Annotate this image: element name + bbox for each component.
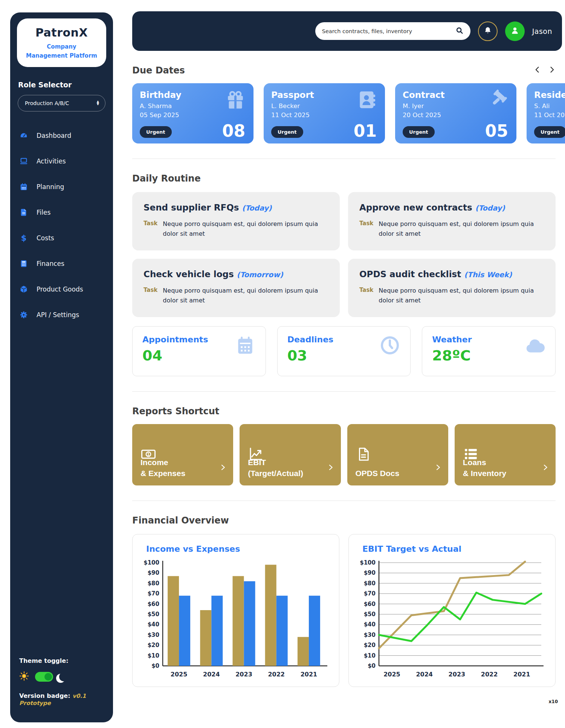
version-label: Version badge:: [19, 692, 70, 699]
sidebar-footer: Theme toggle: Version badge: v0.1 Protot…: [10, 657, 113, 722]
role-select[interactable]: Production A/B/C ▲▼: [18, 95, 105, 111]
chevron-left-icon[interactable]: [534, 66, 541, 75]
svg-text:$80: $80: [148, 580, 159, 587]
due-dates-row: Birthday A. Sharma 05 Sep 2025 Urgent 08…: [132, 83, 565, 143]
due-card-passport[interactable]: Passport L. Becker 11 Oct 2025 Urgent 01: [264, 83, 385, 143]
gift-icon: [225, 89, 246, 110]
divider: [132, 501, 556, 501]
theme-switch[interactable]: [35, 672, 53, 682]
svg-text:$100: $100: [144, 559, 159, 566]
due-card-count: 08: [222, 121, 245, 140]
task-card-opds-audit[interactable]: OPDS audit checklist(This Week) TaskNequ…: [348, 259, 556, 317]
due-card-title: Residence: [534, 90, 565, 100]
report-label-line2: & Expenses: [140, 469, 185, 478]
chevron-right-icon: [220, 464, 226, 472]
sidebar-nav: Dashboard Activities Planning Files: [10, 123, 113, 328]
svg-text:$0: $0: [151, 662, 159, 669]
report-button-ebit[interactable]: EBIT(Target/Actual): [240, 424, 341, 485]
top-bar: Jason: [132, 11, 562, 51]
chevron-right-icon: [542, 464, 549, 472]
due-card-date: 05 Sep 2025: [140, 111, 246, 119]
reports-header: Reports Shortcut: [132, 406, 556, 417]
search-bar: [315, 22, 470, 40]
daily-routine-header: Daily Routine: [132, 173, 556, 184]
task-card-vehicle-logs[interactable]: Check vehicle logs(Tomorrow) TaskNeque p…: [132, 259, 340, 317]
divider: [132, 159, 556, 159]
section-title-financial: Financial Overview: [132, 515, 229, 526]
search-icon[interactable]: [455, 26, 464, 36]
sidebar-item-dashboard[interactable]: Dashboard: [10, 123, 113, 148]
task-when: (Tomorrow): [237, 270, 283, 279]
sidebar-item-label: Files: [37, 209, 50, 216]
ebit-line-chart: $0$10$20$30$40$50$60$70$80$90$1002025202…: [357, 557, 547, 682]
section-title-due-dates: Due Dates: [132, 65, 185, 76]
stat-label: Appointments: [142, 335, 208, 344]
task-label: Task: [144, 286, 157, 305]
logo-card: PatronX Company Management Platform: [17, 18, 106, 67]
financial-header: Financial Overview: [132, 515, 556, 526]
sidebar: PatronX Company Management Platform Role…: [10, 12, 113, 722]
laptop-icon: [19, 157, 28, 166]
task-label: Task: [359, 286, 373, 305]
task-card-approve-contracts[interactable]: Approve new contracts(Today) TaskNeque p…: [348, 192, 556, 250]
report-button-loans-inventory[interactable]: Loans& Inventory: [455, 424, 556, 485]
stat-value: 28ºC: [432, 347, 472, 364]
task-title: Check vehicle logs: [144, 269, 234, 279]
clock-icon: [379, 335, 400, 368]
chevron-right-icon: [435, 464, 441, 472]
svg-text:$10: $10: [148, 652, 159, 659]
person-icon: [510, 26, 520, 37]
svg-text:2022: 2022: [481, 671, 498, 678]
urgent-badge: Urgent: [140, 126, 172, 138]
sidebar-item-api-settings[interactable]: API / Settings: [10, 302, 113, 328]
search-input[interactable]: [322, 28, 452, 34]
sidebar-item-planning[interactable]: Planning: [10, 174, 113, 200]
chevron-right-icon: [327, 464, 334, 472]
svg-text:2023: 2023: [235, 671, 252, 678]
report-button-opds-docs[interactable]: OPDS Docs: [347, 424, 448, 485]
sidebar-item-product-goods[interactable]: Product Goods: [10, 276, 113, 302]
svg-text:$20: $20: [364, 642, 376, 649]
role-select-value: Production A/B/C: [25, 100, 69, 106]
speedometer-icon: [19, 131, 28, 140]
sidebar-item-files[interactable]: Files: [10, 200, 113, 225]
sidebar-item-label: Planning: [37, 183, 64, 191]
svg-text:2022: 2022: [268, 671, 285, 678]
section-title-daily-routine: Daily Routine: [132, 173, 201, 184]
due-card-residence[interactable]: Residence S. Ali 11 Oct 2025 Urgent: [527, 83, 565, 143]
stat-value: 03: [287, 347, 334, 364]
report-button-income-expenses[interactable]: 1 Income& Expenses: [132, 424, 233, 485]
income-expenses-bar-chart: $0$10$20$30$40$50$60$70$80$90$1002025202…: [141, 557, 331, 682]
svg-text:$90: $90: [364, 569, 376, 576]
svg-text:$100: $100: [360, 559, 376, 566]
report-label-line1: Income: [140, 458, 168, 467]
sidebar-item-activities[interactable]: Activities: [10, 148, 113, 174]
stat-value: 04: [142, 347, 208, 364]
sidebar-item-costs[interactable]: $ Costs: [10, 225, 113, 251]
task-card-supplier-rfqs[interactable]: Send supplier RFQs(Today) TaskNeque porr…: [132, 192, 340, 250]
svg-text:$30: $30: [148, 632, 159, 638]
report-label-line2: & Inventory: [463, 469, 507, 478]
svg-text:$0: $0: [368, 662, 376, 669]
chevron-right-icon[interactable]: [548, 66, 556, 75]
chart-card-income-expenses: Income vs Expenses $0$10$20$30$40$50$60$…: [132, 534, 339, 687]
due-card-birthday[interactable]: Birthday A. Sharma 05 Sep 2025 Urgent 08: [132, 83, 253, 143]
scale-note: x10: [132, 699, 558, 704]
task-body: Neque porro quisquam est, qui dolorem ip…: [163, 286, 325, 305]
cloud-icon: [524, 335, 545, 368]
stat-card-appointments: Appointments 04: [132, 326, 266, 376]
sidebar-item-finances[interactable]: Finances: [10, 251, 113, 276]
user-avatar[interactable]: [505, 21, 525, 41]
section-title-reports: Reports Shortcut: [132, 406, 219, 417]
sidebar-item-label: Activities: [37, 157, 66, 165]
due-card-contract[interactable]: Contract M. Iyer 20 Oct 2025 Urgent 05: [395, 83, 516, 143]
stats-row: Appointments 04 Deadlines 03 Weather: [132, 326, 556, 376]
svg-text:2021: 2021: [513, 671, 530, 678]
report-label-line1: Loans: [463, 458, 486, 467]
calendar-icon: [19, 182, 28, 191]
notifications-button[interactable]: [478, 21, 498, 41]
divider: [132, 391, 556, 392]
app-logo: PatronX: [20, 26, 103, 39]
svg-text:$60: $60: [148, 601, 159, 607]
svg-text:2024: 2024: [416, 671, 433, 678]
